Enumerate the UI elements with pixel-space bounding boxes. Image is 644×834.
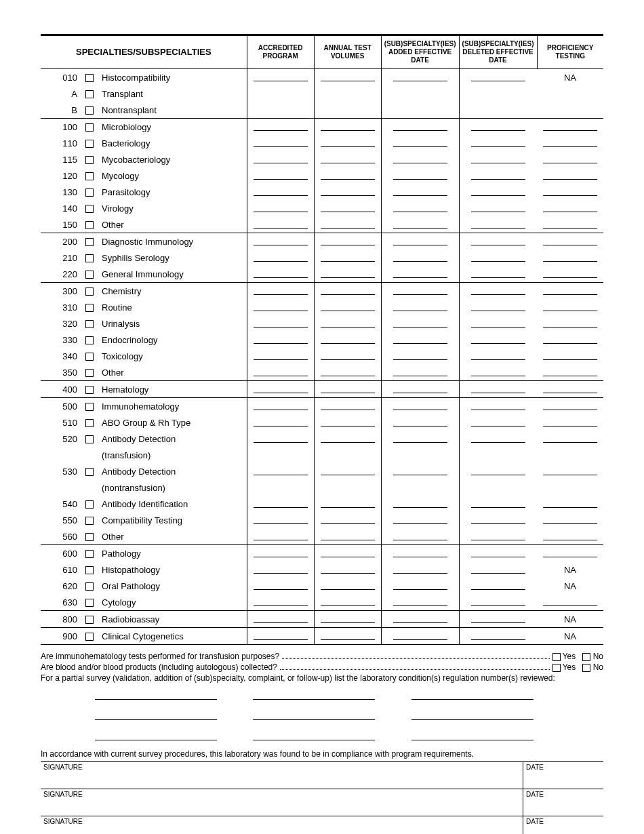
signature-label[interactable]: SIGNATURE: [41, 789, 523, 816]
proficiency-cell[interactable]: [537, 496, 603, 512]
blank-line[interactable]: [254, 170, 308, 180]
blank-line[interactable]: [543, 498, 597, 508]
blank-line[interactable]: [321, 514, 375, 524]
blank-line[interactable]: [393, 613, 447, 623]
blank-cell[interactable]: [459, 167, 537, 184]
blank-cell[interactable]: [247, 167, 314, 184]
checkbox-icon[interactable]: [85, 582, 94, 591]
blank-line[interactable]: [321, 465, 375, 475]
proficiency-cell[interactable]: [537, 184, 603, 200]
blank-line[interactable]: [471, 186, 525, 196]
blank-line[interactable]: [543, 137, 597, 147]
blank-cell[interactable]: [381, 85, 459, 102]
blank-line[interactable]: [321, 235, 375, 245]
blank-cell[interactable]: [314, 611, 381, 628]
blank-line[interactable]: [471, 71, 525, 81]
blank-cell[interactable]: [459, 578, 537, 594]
blank-cell[interactable]: [459, 398, 537, 415]
blank-cell[interactable]: [381, 250, 459, 266]
blank-line[interactable]: [471, 218, 525, 229]
blank-cell[interactable]: [381, 414, 459, 431]
blank-cell[interactable]: [381, 200, 459, 216]
blank-line[interactable]: [543, 317, 597, 327]
blank-line[interactable]: [471, 580, 525, 590]
proficiency-cell[interactable]: [537, 463, 603, 479]
blank-line[interactable]: [254, 202, 308, 212]
blank-line[interactable]: [321, 301, 375, 311]
blank-line[interactable]: [471, 252, 525, 262]
reg-blank[interactable]: [253, 719, 375, 720]
q2-no[interactable]: No: [582, 662, 603, 672]
signature-label[interactable]: SIGNATURE: [41, 816, 523, 835]
blank-line[interactable]: [254, 317, 308, 327]
blank-line[interactable]: [471, 465, 525, 475]
blank-line[interactable]: [543, 514, 597, 524]
blank-cell[interactable]: [381, 233, 459, 250]
blank-cell[interactable]: [314, 233, 381, 250]
blank-line[interactable]: [543, 416, 597, 426]
blank-line[interactable]: [471, 235, 525, 245]
checkbox-icon[interactable]: [85, 221, 94, 229]
blank-line[interactable]: [321, 613, 375, 623]
blank-line[interactable]: [471, 317, 525, 327]
blank-cell[interactable]: [314, 594, 381, 611]
blank-cell[interactable]: [314, 167, 381, 184]
blank-cell[interactable]: [314, 496, 381, 512]
blank-cell[interactable]: [459, 119, 537, 136]
blank-line[interactable]: [254, 285, 308, 295]
blank-line[interactable]: [254, 563, 308, 574]
reg-blank[interactable]: [411, 699, 534, 700]
blank-line[interactable]: [543, 170, 597, 180]
blank-line[interactable]: [393, 252, 447, 262]
blank-line[interactable]: [254, 186, 308, 196]
blank-cell[interactable]: [247, 594, 314, 611]
blank-line[interactable]: [254, 580, 308, 590]
checkbox-icon[interactable]: [85, 386, 94, 394]
blank-cell[interactable]: [381, 266, 459, 283]
signature-label[interactable]: SIGNATURE: [41, 762, 523, 789]
blank-cell[interactable]: [247, 364, 314, 381]
blank-cell[interactable]: [247, 528, 314, 545]
blank-cell[interactable]: [314, 332, 381, 348]
blank-line[interactable]: [321, 186, 375, 196]
blank-cell[interactable]: [314, 151, 381, 167]
blank-line[interactable]: [254, 137, 308, 147]
proficiency-cell[interactable]: [537, 381, 603, 398]
blank-cell[interactable]: [381, 119, 459, 136]
blank-line[interactable]: [393, 580, 447, 590]
blank-line[interactable]: [471, 400, 525, 410]
blank-line[interactable]: [254, 121, 308, 131]
blank-line[interactable]: [254, 465, 308, 475]
blank-cell[interactable]: [247, 299, 314, 315]
blank-cell[interactable]: [314, 628, 381, 645]
blank-line[interactable]: [393, 366, 447, 376]
checkbox-icon[interactable]: [85, 320, 94, 328]
proficiency-cell[interactable]: [537, 332, 603, 348]
blank-cell[interactable]: [459, 528, 537, 545]
checkbox-icon[interactable]: [85, 633, 94, 641]
blank-line[interactable]: [393, 416, 447, 426]
checkbox-icon[interactable]: [85, 369, 94, 377]
blank-cell[interactable]: [381, 512, 459, 528]
blank-line[interactable]: [321, 350, 375, 360]
blank-line[interactable]: [471, 121, 525, 131]
blank-cell[interactable]: [314, 364, 381, 381]
checkbox-icon[interactable]: [85, 353, 94, 361]
blank-cell[interactable]: [381, 594, 459, 611]
blank-cell[interactable]: [459, 364, 537, 381]
blank-cell[interactable]: [314, 135, 381, 151]
blank-cell[interactable]: [247, 85, 314, 102]
checkbox-icon[interactable]: [85, 550, 94, 558]
blank-line[interactable]: [254, 334, 308, 344]
blank-cell[interactable]: [247, 332, 314, 348]
date-label[interactable]: DATE: [523, 789, 604, 816]
blank-line[interactable]: [321, 202, 375, 212]
blank-cell[interactable]: [381, 348, 459, 364]
checkbox-icon[interactable]: [85, 90, 94, 98]
blank-line[interactable]: [254, 153, 308, 163]
blank-cell[interactable]: [459, 431, 537, 447]
blank-line[interactable]: [321, 252, 375, 262]
blank-cell[interactable]: [314, 463, 381, 479]
blank-cell[interactable]: [314, 512, 381, 528]
blank-line[interactable]: [543, 285, 597, 295]
